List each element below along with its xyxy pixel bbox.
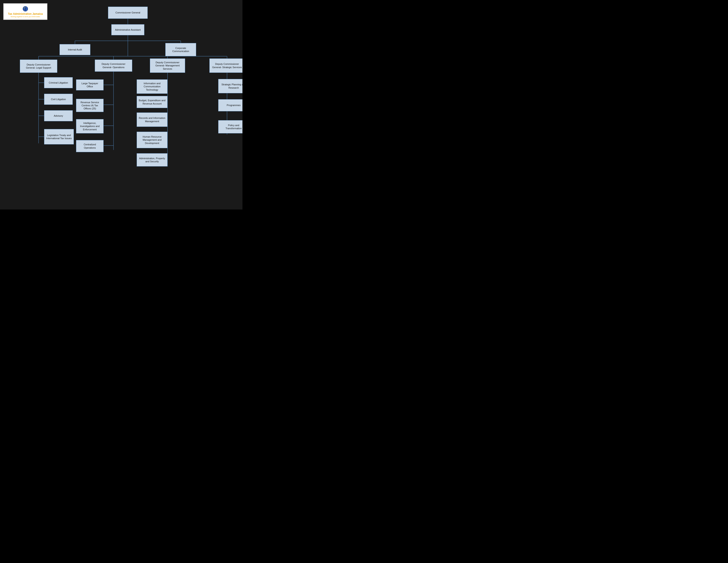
admin-property-node: Administration, Property and Security	[137, 153, 168, 166]
svg-point-6	[25, 7, 26, 7]
centralized-operations-node: Centralized Operations	[76, 140, 104, 152]
logo-title: Tax Administration Jamaica	[8, 12, 43, 15]
dcg-management-node: Deputy Commissioner General- Management …	[150, 58, 185, 73]
dcg-legal-node: Deputy Commissioner General- Legal Suppo…	[20, 60, 57, 73]
intelligence-node: Intelligence, Investigations and Enforce…	[76, 119, 104, 133]
hrmd-node: Human Resource Management and Developmen…	[137, 132, 168, 148]
criminal-litigation-node: Criminal Litigation	[44, 77, 73, 88]
logo-text-part1: Tax Administration	[8, 12, 32, 15]
org-chart: Tax Administration Jamaica Working toget…	[0, 0, 242, 209]
corporate-communication-node: Corporate Communication	[165, 43, 196, 56]
logo: Tax Administration Jamaica Working toget…	[3, 3, 47, 20]
internal-audit-node: Internal Audit	[60, 44, 90, 55]
budget-node: Budget, Expenditure and Revenue Account	[137, 96, 168, 108]
strategic-planning-node: Strategic Planning and Research	[218, 79, 242, 93]
records-node: Records and Information Management	[137, 112, 168, 127]
logo-subtitle: Working together to serve you EVEN bette…	[11, 16, 40, 17]
legislation-treaty-node: Legislation Treaty and International Tax…	[44, 129, 74, 144]
civil-litigation-node: Civil Litigation	[44, 94, 73, 105]
dcg-operations-node: Deputy Commissioner General- Operations	[95, 60, 132, 72]
svg-point-5	[24, 7, 25, 8]
logo-text-part2: Jamaica	[32, 12, 43, 15]
advisory-node: Advisory	[44, 110, 73, 121]
large-taxpayer-node: Large Taxpayer Office	[76, 79, 104, 90]
ict-node: Information and Communication Technology	[137, 79, 168, 94]
commissioner-general-node: Commissioner General	[108, 7, 148, 19]
policy-node: Policy and Transformation	[218, 120, 242, 133]
programmes-node: Programmes	[218, 99, 242, 111]
dcg-strategic-node: Deputy Commissioner General- Strategic S…	[209, 58, 242, 73]
administrative-assistant-node: Administrative Assistant	[111, 24, 144, 35]
revenue-service-node: Revenue Service Centres (4) Tax Offices …	[76, 99, 104, 112]
logo-globe-icon	[22, 6, 28, 12]
